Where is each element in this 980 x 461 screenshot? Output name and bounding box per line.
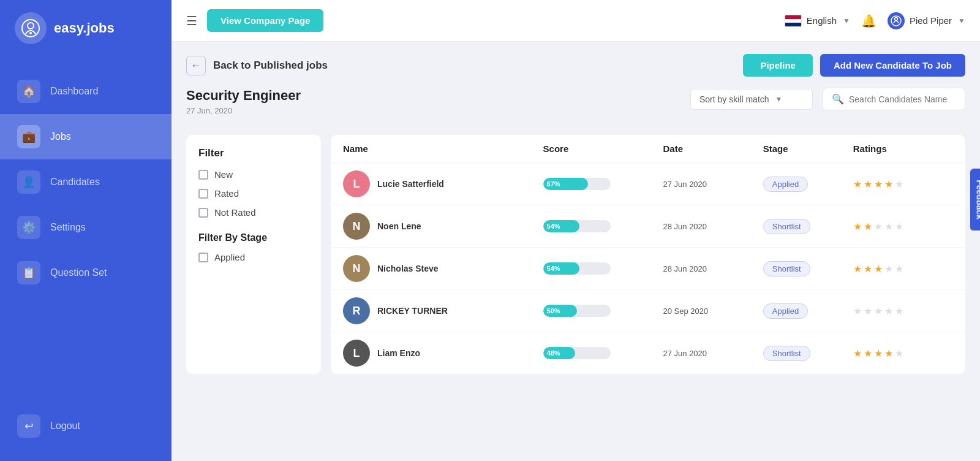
search-box: 🔍 bbox=[823, 88, 965, 110]
stage-cell: Shortlist bbox=[763, 346, 853, 361]
filled-star-icon[interactable]: ★ bbox=[853, 263, 862, 275]
avatar: L bbox=[343, 340, 370, 367]
table-body: LLucie Satterfield67%27 Jun 2020Applied★… bbox=[331, 163, 965, 374]
avatar: R bbox=[343, 297, 370, 324]
body-grid: Filter New Rated Not Rated Filter bbox=[186, 135, 965, 374]
sidebar-item-dashboard[interactable]: 🏠 Dashboard bbox=[0, 69, 172, 114]
empty-star-icon[interactable]: ★ bbox=[895, 348, 903, 359]
empty-star-icon[interactable]: ★ bbox=[895, 305, 903, 317]
filled-star-icon[interactable]: ★ bbox=[864, 221, 872, 232]
pipeline-button[interactable]: Pipeline bbox=[743, 54, 813, 77]
sidebar-item-label: Dashboard bbox=[50, 86, 98, 97]
date-cell: 27 Jun 2020 bbox=[663, 349, 763, 358]
chevron-down-icon: ▼ bbox=[958, 17, 965, 25]
table-row[interactable]: LLucie Satterfield67%27 Jun 2020Applied★… bbox=[331, 163, 965, 205]
table-row[interactable]: NNicholas Steve54%28 Jun 2020Shortlist★★… bbox=[331, 248, 965, 290]
view-company-button[interactable]: View Company Page bbox=[207, 9, 323, 32]
candidate-name: Noen Lene bbox=[377, 221, 421, 231]
stage-badge[interactable]: Shortlist bbox=[763, 346, 810, 361]
score-cell: 54% bbox=[543, 262, 663, 275]
filter-label-applied: Applied bbox=[214, 252, 245, 262]
filled-star-icon[interactable]: ★ bbox=[874, 263, 883, 275]
empty-star-icon[interactable]: ★ bbox=[895, 221, 903, 232]
stage-badge[interactable]: Applied bbox=[763, 177, 808, 192]
col-ratings: Ratings bbox=[853, 143, 953, 154]
date-cell: 20 Sep 2020 bbox=[663, 307, 763, 316]
back-button[interactable]: ← Back to Published jobs bbox=[186, 56, 328, 75]
sidebar-item-label: Jobs bbox=[50, 131, 71, 142]
score-cell: 54% bbox=[543, 220, 663, 232]
table-row[interactable]: LLiam Enzo48%27 Jun 2020Shortlist★★★★★ bbox=[331, 332, 965, 374]
empty-star-icon[interactable]: ★ bbox=[874, 305, 883, 317]
empty-star-icon[interactable]: ★ bbox=[874, 221, 883, 232]
sort-by-selector[interactable]: Sort by skill match ▼ bbox=[690, 89, 813, 110]
filter-by-stage-title: Filter By Stage bbox=[198, 232, 309, 243]
chevron-down-icon: ▼ bbox=[843, 17, 850, 25]
empty-star-icon[interactable]: ★ bbox=[895, 263, 903, 275]
filter-checkbox-rated[interactable] bbox=[198, 189, 208, 199]
filter-option-applied[interactable]: Applied bbox=[198, 252, 309, 262]
table-row[interactable]: RRICKEY TURNER50%20 Sep 2020Applied★★★★★ bbox=[331, 290, 965, 332]
date-cell: 28 Jun 2020 bbox=[663, 264, 763, 273]
filled-star-icon[interactable]: ★ bbox=[853, 221, 862, 232]
filter-option-rated[interactable]: Rated bbox=[198, 188, 309, 199]
sort-label: Sort by skill match bbox=[699, 94, 769, 104]
filter-checkbox-applied[interactable] bbox=[198, 253, 208, 262]
filled-star-icon[interactable]: ★ bbox=[884, 348, 893, 359]
filter-option-new[interactable]: New bbox=[198, 169, 309, 180]
sidebar-item-jobs[interactable]: 💼 Jobs bbox=[0, 114, 172, 159]
score-bar: 48% bbox=[543, 347, 611, 359]
table-row[interactable]: NNoen Lene54%28 Jun 2020Shortlist★★★★★ bbox=[331, 205, 965, 248]
svg-point-4 bbox=[894, 17, 897, 20]
filled-star-icon[interactable]: ★ bbox=[853, 178, 862, 190]
filled-star-icon[interactable]: ★ bbox=[874, 178, 883, 190]
table-header: Name Score Date Stage Ratings bbox=[331, 135, 965, 163]
search-input[interactable] bbox=[849, 94, 956, 104]
stage-badge[interactable]: Applied bbox=[763, 303, 808, 319]
filter-checkbox-new[interactable] bbox=[198, 170, 208, 180]
candidate-name-cell: NNoen Lene bbox=[343, 213, 543, 240]
empty-star-icon[interactable]: ★ bbox=[864, 305, 872, 317]
score-bar: 50% bbox=[543, 305, 611, 317]
empty-star-icon[interactable]: ★ bbox=[884, 305, 893, 317]
filter-label-rated: Rated bbox=[214, 188, 239, 199]
empty-star-icon[interactable]: ★ bbox=[884, 221, 893, 232]
sidebar-item-question-set[interactable]: 📋 Question Set bbox=[0, 250, 172, 295]
language-selector[interactable]: English ▼ bbox=[785, 15, 850, 27]
ratings-cell: ★★★★★ bbox=[853, 178, 953, 190]
filled-star-icon[interactable]: ★ bbox=[864, 178, 872, 190]
filter-checkbox-not-rated[interactable] bbox=[198, 208, 208, 218]
filter-option-not-rated[interactable]: Not Rated bbox=[198, 207, 309, 218]
feedback-tab[interactable]: Feedback bbox=[970, 169, 980, 230]
score-label: 67% bbox=[547, 180, 560, 188]
svg-point-1 bbox=[28, 23, 34, 29]
empty-star-icon[interactable]: ★ bbox=[853, 305, 862, 317]
score-label: 48% bbox=[547, 349, 560, 357]
logout-label: Logout bbox=[50, 421, 80, 432]
filled-star-icon[interactable]: ★ bbox=[864, 348, 872, 359]
filled-star-icon[interactable]: ★ bbox=[884, 178, 893, 190]
empty-star-icon[interactable]: ★ bbox=[895, 178, 903, 190]
notification-bell-icon[interactable]: 🔔 bbox=[861, 13, 876, 28]
app-name: easy.jobs bbox=[54, 20, 115, 36]
logo-area: easy.jobs bbox=[0, 0, 172, 56]
candidate-name-cell: RRICKEY TURNER bbox=[343, 297, 543, 324]
stage-badge[interactable]: Shortlist bbox=[763, 219, 810, 234]
candidate-name: Liam Enzo bbox=[377, 348, 420, 358]
col-name: Name bbox=[343, 143, 543, 154]
back-arrow-icon: ← bbox=[186, 56, 206, 75]
sidebar-item-logout[interactable]: ↩ Logout bbox=[0, 403, 172, 449]
job-date: 27 Jun, 2020 bbox=[186, 106, 301, 115]
filled-star-icon[interactable]: ★ bbox=[853, 348, 862, 359]
empty-star-icon[interactable]: ★ bbox=[884, 263, 893, 275]
filled-star-icon[interactable]: ★ bbox=[874, 348, 883, 359]
add-candidate-button[interactable]: Add New Candidate To Job bbox=[820, 54, 965, 77]
sidebar-item-settings[interactable]: ⚙️ Settings bbox=[0, 205, 172, 250]
hamburger-menu-icon[interactable]: ☰ bbox=[186, 13, 197, 28]
filled-star-icon[interactable]: ★ bbox=[864, 263, 872, 275]
score-bar: 67% bbox=[543, 178, 611, 190]
stage-cell: Shortlist bbox=[763, 219, 853, 234]
company-selector[interactable]: Pied Piper ▼ bbox=[888, 12, 965, 29]
sidebar-item-candidates[interactable]: 👤 Candidates bbox=[0, 159, 172, 205]
stage-badge[interactable]: Shortlist bbox=[763, 261, 810, 276]
